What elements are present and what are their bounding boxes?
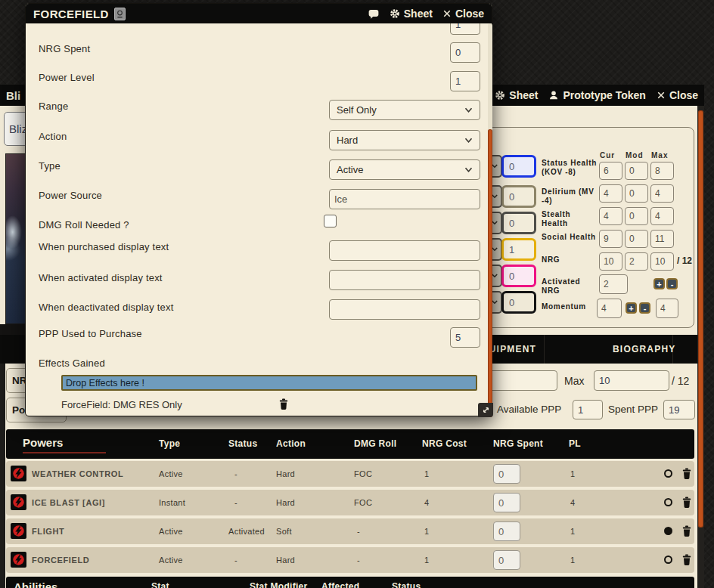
power-source-field-label: Power Source — [39, 190, 102, 201]
power-nrg-spent-input[interactable] — [493, 464, 520, 484]
delirium-label: Delirium (MV -4) — [542, 187, 598, 205]
sheet-config-button[interactable]: Sheet — [495, 89, 538, 101]
delirium-gate-input[interactable]: 0 — [501, 185, 536, 208]
nrg-spent-input[interactable] — [450, 42, 480, 63]
trash-icon[interactable] — [681, 553, 693, 566]
delirium-max-input[interactable] — [650, 184, 674, 203]
trash-icon[interactable] — [681, 496, 693, 509]
nrg-max-input[interactable] — [650, 252, 674, 271]
action-select[interactable]: Hard — [329, 130, 480, 150]
dialog-scrollbar-thumb[interactable] — [488, 129, 492, 417]
gear-icon — [390, 8, 400, 19]
power-nrg-spent-input[interactable] — [493, 550, 520, 570]
power-name[interactable]: WEATHER CONTROL — [32, 469, 123, 478]
dialog-resize-handle[interactable] — [478, 403, 493, 417]
activation-circle-icon[interactable] — [664, 556, 672, 564]
ppp-used-input[interactable] — [450, 327, 480, 348]
when-deactivated-input[interactable] — [329, 299, 480, 320]
social-mod-input[interactable] — [625, 230, 648, 248]
power-action: Hard — [276, 469, 295, 478]
trash-icon[interactable] — [278, 398, 290, 410]
status-health-gate-input[interactable]: 0 — [501, 155, 536, 178]
power-name[interactable]: ICE BLAST [AGI] — [32, 498, 105, 507]
momentum-plus-button[interactable]: + — [626, 302, 637, 314]
power-bolt-icon[interactable] — [11, 523, 26, 539]
trash-icon[interactable] — [681, 467, 693, 480]
available-ppp-input[interactable] — [573, 400, 603, 419]
status-health-mod-input[interactable] — [625, 162, 648, 180]
social-cur-input[interactable] — [599, 230, 622, 248]
spent-ppp-input[interactable] — [663, 400, 695, 419]
tab-biography[interactable]: BIOGRAPHY — [613, 344, 675, 354]
status-health-max-input[interactable] — [650, 162, 674, 180]
document-id-icon[interactable] — [114, 8, 126, 20]
activation-circle-icon[interactable] — [664, 527, 672, 535]
social-max-input[interactable] — [650, 230, 674, 248]
activated-nrg-minus-button[interactable]: - — [666, 278, 678, 289]
stealth-gate-input[interactable]: 0 — [501, 212, 536, 234]
status-health-cur-input[interactable] — [599, 162, 622, 180]
when-activated-input[interactable] — [329, 270, 480, 290]
delirium-mod-input[interactable] — [625, 184, 648, 203]
stealth-max-input[interactable] — [650, 207, 674, 225]
col-header-mod: Mod — [626, 151, 644, 159]
power-nrg-cost: 1 — [424, 556, 429, 565]
dmg-roll-needed-checkbox[interactable] — [324, 215, 337, 227]
trash-icon[interactable] — [681, 525, 693, 537]
power-name[interactable]: FORCEFIELD — [32, 556, 89, 565]
col-header-max: Max — [651, 151, 668, 159]
sheet-scrollbar-track[interactable] — [697, 106, 704, 588]
chat-bubble-icon[interactable] — [368, 8, 380, 20]
dialog-scrollbar-track[interactable] — [488, 23, 492, 417]
dialog-close-button[interactable]: Close — [442, 8, 484, 20]
forcefield-dialog-header[interactable]: FORCEFIELD Sheet Close — [26, 4, 492, 23]
dialog-sheet-config-button[interactable]: Sheet — [390, 8, 433, 20]
momentum-minus-button[interactable]: - — [639, 302, 650, 314]
sheet-close-button[interactable]: Close — [657, 89, 698, 101]
power-nrg-cost: 1 — [424, 469, 429, 478]
available-ppp-label: Available PPP — [497, 404, 561, 415]
power-dmg-roll: - — [357, 556, 360, 565]
power-type: Instant — [159, 498, 185, 507]
abilities-col-stat-modifier: Stat Modifier — [250, 581, 308, 588]
effects-drop-zone[interactable]: Drop Effects here ! — [61, 375, 477, 391]
nrg-mod-input[interactable] — [625, 252, 648, 271]
power-nrg-spent-input[interactable] — [493, 493, 520, 512]
nrg-gate-input[interactable]: 0 — [501, 265, 536, 287]
activated-nrg-input[interactable] — [599, 274, 628, 294]
power-nrg-cost: 1 — [424, 527, 429, 536]
prototype-token-button[interactable]: Prototype Token — [548, 89, 645, 101]
power-bolt-icon[interactable] — [11, 552, 26, 568]
momentum-cur-input[interactable] — [597, 299, 622, 318]
stealth-cur-input[interactable] — [599, 207, 622, 225]
power-nrg-spent-input[interactable] — [493, 521, 520, 541]
max-nrg-input[interactable] — [594, 370, 669, 391]
abilities-col-stat: Stat — [151, 581, 169, 588]
activated-gate-input[interactable]: 0 — [501, 291, 536, 314]
power-bolt-icon[interactable] — [11, 494, 26, 510]
power-bolt-icon[interactable] — [11, 466, 26, 481]
nrg-cur-input[interactable] — [599, 252, 622, 271]
range-select[interactable]: Self Only — [329, 100, 480, 120]
when-purchased-input[interactable] — [329, 240, 480, 261]
power-level-input[interactable] — [450, 71, 480, 91]
sheet-header-controls: Sheet Prototype Token Close — [495, 89, 698, 101]
type-select[interactable]: Active — [329, 159, 480, 180]
social-gate-input[interactable]: 1 — [501, 238, 536, 261]
momentum-label: Momentum — [542, 302, 598, 311]
stealth-mod-input[interactable] — [625, 207, 648, 225]
power-source-input[interactable] — [329, 189, 480, 209]
resize-arrows-icon — [481, 405, 491, 415]
effect-item-name[interactable]: ForceField: DMG RES Only — [61, 399, 182, 410]
sheet-scrollbar-thumb[interactable] — [698, 110, 703, 528]
range-field-label: Range — [39, 101, 68, 112]
power-dmg-roll: FOC — [354, 498, 372, 507]
when-activated-label: When activated display text — [39, 272, 163, 283]
momentum-max-input[interactable] — [656, 299, 678, 318]
activation-circle-icon[interactable] — [664, 469, 672, 478]
activated-nrg-plus-button[interactable]: + — [653, 278, 665, 289]
power-name[interactable]: FLIGHT — [32, 527, 64, 536]
activation-circle-icon[interactable] — [664, 498, 672, 506]
delirium-cur-input[interactable] — [599, 184, 622, 203]
abilities-col-affected: Affected — [321, 581, 359, 588]
